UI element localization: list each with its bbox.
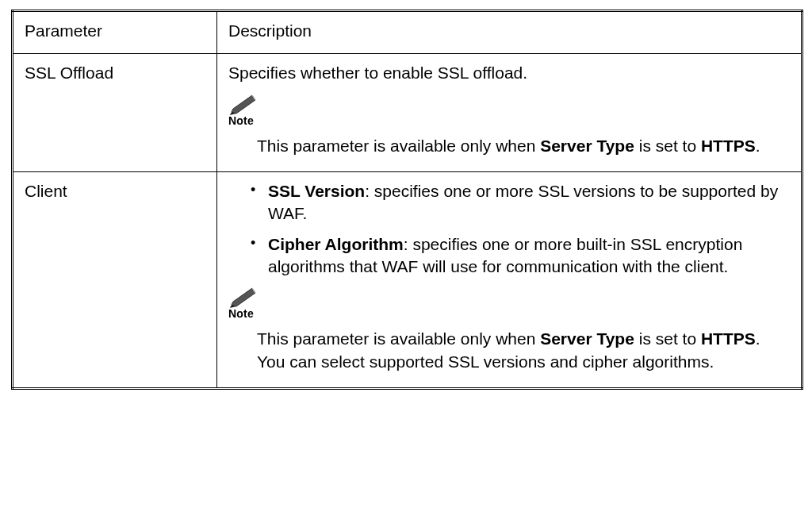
note-text: This parameter is available only when bbox=[257, 329, 540, 348]
param-name-ssl-offload: SSL Offload bbox=[13, 54, 217, 172]
bullet-bold-ssl-version: SSL Version bbox=[268, 182, 365, 200]
note-text: This parameter is available only when bbox=[257, 137, 540, 155]
table-row: Client SSL Version: specifies one or mor… bbox=[13, 171, 802, 388]
note-bold-server-type: Server Type bbox=[540, 137, 634, 155]
note-text: . bbox=[756, 137, 760, 155]
list-item: SSL Version: specifies one or more SSL v… bbox=[251, 180, 790, 225]
note-text: is set to bbox=[634, 329, 701, 348]
bullet-bold-cipher-algorithm: Cipher Algorithm bbox=[268, 235, 404, 253]
desc-intro: Specifies whether to enable SSL offload. bbox=[228, 62, 790, 84]
bullet-list: SSL Version: specifies one or more SSL v… bbox=[228, 180, 790, 278]
param-desc-ssl-offload: Specifies whether to enable SSL offload.… bbox=[217, 54, 802, 172]
param-desc-client: SSL Version: specifies one or more SSL v… bbox=[217, 171, 802, 388]
note-block: Note This parameter is available only wh… bbox=[228, 286, 790, 373]
header-description: Description bbox=[217, 11, 802, 54]
note-bold-server-type: Server Type bbox=[540, 329, 634, 348]
note-label: Note bbox=[228, 114, 790, 129]
list-item: Cipher Algorithm: specifies one or more … bbox=[251, 233, 790, 279]
svg-marker-0 bbox=[232, 95, 255, 114]
note-label: Note bbox=[228, 306, 790, 321]
table-header-row: Parameter Description bbox=[13, 11, 802, 54]
note-block: Note This parameter is available only wh… bbox=[228, 93, 790, 157]
note-body: This parameter is available only when Se… bbox=[257, 135, 790, 157]
svg-marker-3 bbox=[232, 288, 255, 306]
note-body: This parameter is available only when Se… bbox=[257, 328, 790, 373]
note-bold-https: HTTPS bbox=[701, 137, 756, 155]
parameter-table: Parameter Description SSL Offload Specif… bbox=[11, 10, 803, 390]
note-bold-https: HTTPS bbox=[701, 329, 756, 348]
param-name-client: Client bbox=[13, 171, 217, 388]
note-text: is set to bbox=[634, 137, 701, 155]
header-parameter: Parameter bbox=[13, 11, 217, 54]
table-row: SSL Offload Specifies whether to enable … bbox=[13, 54, 802, 172]
